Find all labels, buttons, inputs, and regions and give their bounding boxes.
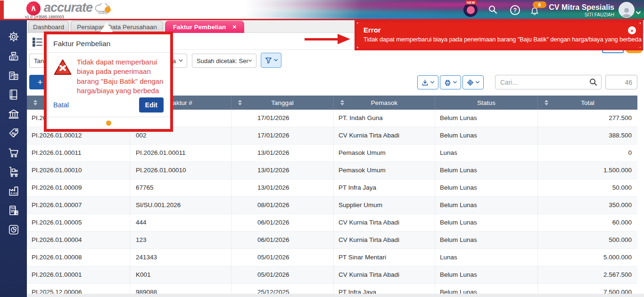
table-row[interactable]: PI.2026.01.000096776513/01/2026PT Infra … [27,179,637,197]
search-icon[interactable] [488,5,497,16]
table-row[interactable]: PI.2026.01.0000544406/01/2026CV Kurnia T… [27,214,637,232]
table-cell: SI/SU.001.2026 [130,197,231,214]
export-download-button[interactable] [417,75,438,89]
chevron-down-icon [453,81,457,84]
record-count: 46 [605,75,637,89]
company-name: CV Mitra Spesialis [526,3,614,12]
table-cell: 350.000 [537,197,637,214]
account-info[interactable]: CV Mitra Spesialis SITI FAUZIAH [526,3,614,17]
table-cell: 1.500.000 [537,162,637,179]
toast-message: Tidak dapat memperbarui biaya pada pener… [363,36,634,43]
table-cell: 13/01/2026 [231,144,333,161]
search-field-wrap [495,75,602,89]
chevron-down-icon [248,59,252,62]
print-button[interactable] [440,75,461,89]
annotation-arrow [305,38,339,40]
error-triangle-icon [53,58,72,97]
search-magnifier-icon[interactable] [589,78,597,88]
table-cell: Belum Lunas [435,179,537,196]
cashier-icon[interactable] [8,50,20,62]
tax-document-icon[interactable]: TAX [8,204,20,217]
table-cell: PI.2026.01.00008 [27,249,130,266]
table-row[interactable]: PI.2026.01.00011PI.2026.01.0001113/01/20… [27,144,637,162]
accurate-logo-icon[interactable]: ∧ [26,1,41,16]
edit-button[interactable]: Edit [139,97,164,112]
table-cell: PI.2026.01.00011 [130,144,231,161]
navigation-sidebar: Rp TAX [0,20,27,297]
list-view-icon[interactable] [32,37,43,49]
table-row[interactable]: PI.2026.01.0000412306/01/2026CV Kurnia T… [27,232,637,249]
brand-name: accurate [44,0,92,15]
price-tag-rp-icon[interactable]: Rp [8,127,20,139]
toast-close-icon[interactable]: × [628,26,636,34]
search-input[interactable] [495,75,593,89]
table-row[interactable]: PI.2026.01.00010PI.2026.01.0001013/01/20… [27,162,637,179]
orange-dot-annotation [105,7,111,13]
table-cell: PT Infra Jaya [333,179,435,196]
table-row[interactable]: PI.2026.01.0000824134305/01/2026PT Sinar… [27,249,637,266]
svg-text:TAX: TAX [10,207,16,209]
column-header[interactable]: Tanggal [231,96,333,110]
chevron-down-icon [274,59,278,62]
svg-text:Rp: Rp [11,132,16,136]
table-cell: Belum Lunas [435,110,537,127]
table-cell: 388.500 [537,127,637,144]
sort-icon[interactable] [340,100,344,105]
table-cell: 05/01/2026 [231,249,333,266]
tab-close-icon[interactable]: × [232,23,236,31]
dialog-title: Faktur Pembelian [47,34,170,53]
journal-book-icon[interactable] [8,88,20,101]
table-cell: Belum Lunas [435,266,537,283]
tab-faktur-pembelian[interactable]: Faktur Pembelian × [165,21,244,33]
report-chart-icon[interactable] [8,224,20,236]
bank-icon[interactable] [8,108,20,120]
table-cell: PI.2026.01.00005 [27,214,130,231]
delivery-trolley-icon[interactable] [8,166,20,178]
bottom-scroll-strip[interactable] [27,294,644,297]
table-cell: 08/01/2026 [231,197,333,214]
error-dialog: Faktur Pembelian Tidak dapat memperbarui… [47,34,170,129]
funnel-icon [265,57,272,64]
column-header-label: Total [581,99,594,106]
table-cell: 444 [130,214,231,231]
app-screen: ∧ accurate online v1.0.1#3585-1880003 NE… [0,0,644,297]
column-header[interactable]: Total [537,96,637,110]
sort-icon[interactable] [33,100,37,105]
table-cell: PI.2026.01.00001 [27,266,130,283]
purchase-cart-icon[interactable] [8,146,20,159]
sort-icon[interactable] [238,100,242,105]
chevron-down-icon [430,81,434,84]
company-buildings-icon[interactable] [8,69,20,81]
table-cell: PT. Indah Guna [333,110,435,127]
column-header[interactable]: Pemasok [333,96,435,110]
printed-filter-dropdown[interactable]: Sudah dicetak: Semua [192,54,256,68]
top-header-bar: ∧ accurate online v1.0.1#3585-1880003 NE… [0,0,644,19]
printer-icon [444,79,451,86]
table-settings-button[interactable] [462,75,484,89]
table-cell: 500.000 [537,232,637,249]
column-header[interactable]: Status [435,96,537,110]
cancel-button[interactable]: Batal [53,101,69,109]
sort-icon[interactable] [545,100,548,105]
new-badge: NEW [465,0,477,5]
user-avatar[interactable] [619,2,635,18]
filter-button[interactable] [261,53,281,68]
table-row[interactable]: PI.2026.01.00007SI/SU.001.202608/01/2026… [27,197,637,214]
table-cell: PI.2026.01.00007 [27,197,130,214]
header-red-edge [0,0,4,19]
table-cell: Belum Lunas [435,162,537,179]
table-cell: 06/01/2026 [231,232,333,249]
table-cell: 0 [537,144,637,161]
table-cell: PI.2026.01.00010 [27,162,130,179]
manufacture-factory-icon[interactable] [8,185,20,197]
settings-gear-icon[interactable] [8,31,20,43]
whats-new-button[interactable]: NEW [463,2,479,18]
annotation-arrow-head [338,34,350,44]
help-icon[interactable]: ? [510,5,520,15]
account-chevron-down-icon[interactable] [636,8,641,16]
table-cell: Supplier Umum [333,197,435,214]
table-cell: CV Kurnia Tirta Abadi [333,266,435,283]
dialog-annotation-box: Faktur Pembelian Tidak dapat memperbarui… [44,32,173,132]
column-header-label: Pemasok [371,99,397,106]
table-row[interactable]: PI.2026.01.00001K00105/01/2026CV Kurnia … [27,266,637,284]
